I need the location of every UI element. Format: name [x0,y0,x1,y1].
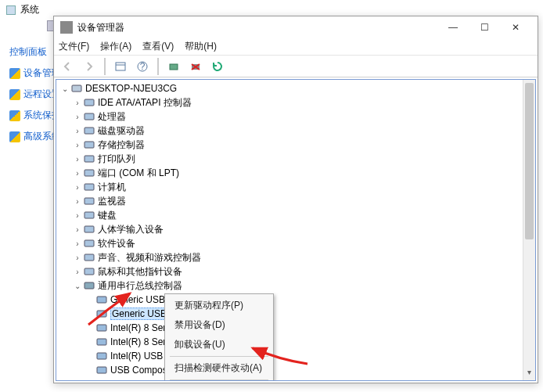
help-button[interactable]: ? [134,58,151,75]
device-icon [95,365,108,376]
tree-category[interactable]: ›处理器 [59,110,532,124]
tree-item-label: 鼠标和其他指针设备 [98,265,182,279]
toolbar: ? [54,56,538,77]
titlebar[interactable]: 设备管理器 — ☐ ✕ [54,16,538,38]
ctx-disable-device[interactable]: 禁用设备(D) [167,315,272,335]
device-manager-window: 设备管理器 — ☐ ✕ 文件(F) 操作(A) 查看(V) 帮助(H) ? ⌄D… [53,16,538,383]
svg-rect-18 [85,254,94,261]
expand-icon[interactable]: ⌄ [59,85,70,93]
svg-rect-20 [85,282,94,289]
device-icon [95,351,108,361]
update-driver-button[interactable] [209,58,226,75]
svg-rect-22 [97,311,106,317]
device-icon [83,125,95,136]
maximize-button[interactable]: ☐ [469,16,500,38]
shield-icon [9,110,20,121]
shield-icon [9,131,20,142]
svg-rect-14 [85,198,94,204]
expand-icon[interactable]: › [72,268,83,276]
shield-icon [9,68,20,79]
tree-category[interactable]: ›监视器 [59,194,532,208]
tree-category[interactable]: ›端口 (COM 和 LPT) [59,166,532,180]
svg-rect-8 [85,113,94,120]
tree-item-label: DESKTOP-NJEU3CG [85,83,177,94]
svg-rect-12 [85,170,94,176]
tree-device-usb[interactable]: Generic USB Hub [59,293,532,307]
tree-device-usb[interactable]: Generic USB H [59,307,532,321]
tree-category-usb[interactable]: ⌄通用串行总线控制器 [59,279,532,293]
back-button[interactable] [59,58,76,75]
tree-category[interactable]: ›声音、视频和游戏控制器 [59,250,532,264]
tree-item-label: 监视器 [98,195,126,208]
menu-help[interactable]: 帮助(H) [185,40,217,53]
minimize-button[interactable]: — [437,16,469,38]
tree-device-usb[interactable]: Intel(R) USB 3. [59,349,532,363]
expand-icon[interactable]: ⌄ [72,282,83,290]
close-button[interactable]: ✕ [500,16,531,38]
device-icon [83,167,95,178]
menu-file[interactable]: 文件(F) [59,40,89,53]
expand-icon[interactable]: › [72,99,83,107]
expand-icon[interactable]: › [72,155,83,164]
svg-rect-10 [85,142,94,148]
device-icon [95,379,108,381]
expand-icon[interactable]: › [72,197,83,206]
expand-icon[interactable]: › [72,169,83,178]
svg-rect-25 [97,353,106,359]
expand-icon[interactable]: › [72,225,83,234]
tree-category[interactable]: ›软件设备 [59,236,532,250]
device-icon [95,322,108,333]
tree-device-usb[interactable]: USB Composit [59,363,532,377]
svg-rect-11 [85,156,94,162]
menu-action[interactable]: 操作(A) [100,40,131,53]
tree-category[interactable]: ›存储控制器 [59,138,532,152]
cp-window-title: 系统 [6,3,39,16]
scan-hardware-button[interactable] [165,58,182,75]
separator [170,379,268,380]
expand-icon[interactable]: › [72,211,83,220]
tree-category[interactable]: ›鼠标和其他指针设备 [59,264,532,279]
tree-root[interactable]: ⌄DESKTOP-NJEU3CG [59,81,532,95]
ctx-update-driver[interactable]: 更新驱动程序(P) [167,296,272,315]
expand-icon[interactable]: › [72,141,83,149]
expand-icon[interactable]: › [72,183,83,192]
expand-icon[interactable]: › [72,127,83,135]
tree-device-usb[interactable]: USB Root Hub [59,377,532,381]
expand-icon[interactable]: › [72,254,83,262]
tree-item-label: 通用串行总线控制器 [98,279,182,293]
tree-category[interactable]: ›磁盘驱动器 [59,124,532,138]
tree-device-usb[interactable]: Intel(R) 8 Serie [59,335,532,349]
tree-device-usb[interactable]: Intel(R) 8 Serie [59,321,532,335]
menubar[interactable]: 文件(F) 操作(A) 查看(V) 帮助(H) [54,38,538,56]
device-tree[interactable]: ⌄DESKTOP-NJEU3CG›IDE ATA/ATAPI 控制器›处理器›磁… [56,79,536,381]
tree-category[interactable]: ›计算机 [59,180,532,194]
tree-item-label: 声音、视频和游戏控制器 [98,251,201,264]
view-button[interactable] [112,58,129,75]
forward-button[interactable] [81,58,98,75]
expand-icon[interactable]: › [72,239,83,248]
tree-item-label: USB Root Hub [110,379,172,381]
device-icon [83,182,95,192]
menu-view[interactable]: 查看(V) [142,40,174,53]
uninstall-button[interactable] [187,58,204,75]
device-icon [83,153,95,164]
tree-category[interactable]: ›IDE ATA/ATAPI 控制器 [59,95,532,110]
expand-icon[interactable]: › [72,113,83,121]
tree-item-label: 存储控制器 [98,138,145,152]
scroll-down-icon[interactable]: ▾ [523,368,535,380]
ctx-scan-hardware[interactable]: 扫描检测硬件改动(A) [167,358,272,378]
tree-item-label: 磁盘驱动器 [98,124,145,138]
svg-text:?: ? [140,61,146,72]
tree-category[interactable]: ›打印队列 [59,152,532,166]
device-icon [95,308,108,319]
device-icon [95,336,108,347]
scrollbar-thumb[interactable] [525,83,534,239]
context-menu: 更新驱动程序(P) 禁用设备(D) 卸载设备(U) 扫描检测硬件改动(A) 属性… [164,293,274,381]
svg-rect-0 [116,63,125,70]
tree-category[interactable]: ›人体学输入设备 [59,222,532,236]
svg-rect-4 [170,64,178,70]
ctx-uninstall-device[interactable]: 卸载设备(U) [167,335,272,354]
vertical-scrollbar[interactable]: ▴ ▾ [523,80,535,380]
tree-category[interactable]: ›键盘 [59,208,532,222]
shield-icon [9,89,20,100]
